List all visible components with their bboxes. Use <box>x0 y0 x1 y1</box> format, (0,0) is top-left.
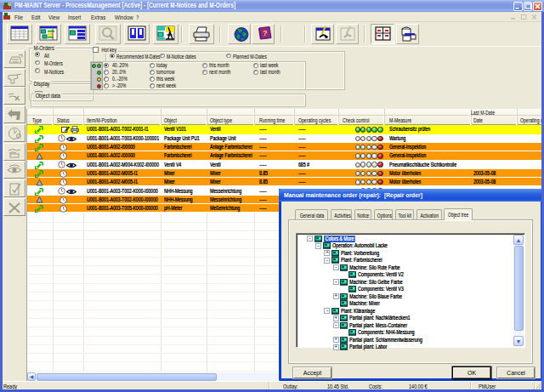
svg-text:?: ? <box>263 29 268 37</box>
